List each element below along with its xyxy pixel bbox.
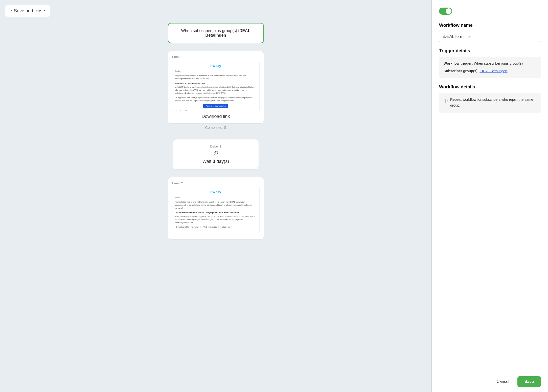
email1-node[interactable]: Email 1 FWpay Beste, Nogmaals bedankt vo… bbox=[168, 51, 264, 124]
delay-suffix: day(s) bbox=[215, 159, 229, 164]
trigger-text: When subscriber joins group(s) bbox=[181, 29, 237, 33]
subscriber-key: Subscriber group(s): bbox=[444, 69, 478, 73]
save-button[interactable]: Save bbox=[517, 376, 541, 387]
delay-node[interactable]: Delay 1 ⏱ Wait 3 day(s) bbox=[173, 139, 259, 169]
save-close-label: Save and close bbox=[14, 8, 45, 14]
email1-signoff: Met vriendelijke groet, bbox=[175, 110, 257, 111]
email2-label: Email 2 bbox=[172, 181, 260, 185]
trigger-details-label: Trigger details bbox=[439, 48, 541, 54]
workflow-canvas: When subscriber joins group(s) iDEAL Bet… bbox=[5, 23, 426, 240]
trigger-value-text: When subscriber joins group(s) bbox=[474, 61, 523, 65]
workflow-name-input[interactable] bbox=[439, 31, 541, 42]
cancel-button[interactable]: Cancel bbox=[493, 377, 513, 386]
email1-intro: Nogmaals bedankt voor je interesse in on… bbox=[175, 74, 257, 80]
left-panel: ‹ Save and close When subscriber joins g… bbox=[0, 0, 431, 392]
delay-prefix: Wait bbox=[202, 159, 213, 164]
email1-preview: FWpay Beste, Nogmaals bedankt voor je in… bbox=[172, 61, 260, 111]
workflow-detail-text: Repeat workflow for subscribers who rejo… bbox=[450, 97, 536, 109]
email2-bullet1: • E-mailberichten versturen in HTML form… bbox=[175, 226, 257, 229]
workflow-toggle[interactable] bbox=[439, 8, 452, 15]
completed-text: Completed: 5 bbox=[205, 124, 226, 132]
email2-intro: Kort geleden had je ons webformulier voo… bbox=[175, 201, 257, 210]
trigger-row: Workflow trigger: When subscriber joins … bbox=[444, 61, 536, 67]
pay-text-2: pay bbox=[215, 190, 221, 194]
connector-1 bbox=[216, 43, 216, 51]
fw-text: FW bbox=[210, 64, 215, 68]
connector-2 bbox=[216, 132, 216, 139]
email2-greeting: Beste, bbox=[175, 196, 257, 199]
trigger-key: Workflow trigger: bbox=[444, 61, 473, 65]
email1-title: Download link bbox=[172, 114, 260, 119]
workflow-name-label: Workflow name bbox=[439, 23, 541, 28]
connector-3 bbox=[216, 169, 216, 177]
bottom-actions: Cancel Save bbox=[439, 371, 541, 387]
delay-days: 3 bbox=[213, 159, 215, 164]
pay-text: pay bbox=[215, 64, 221, 68]
email1-label: Email 1 bbox=[172, 55, 260, 59]
email1-body2: De applicatie kan naar je eigen wensen w… bbox=[175, 96, 257, 102]
fw-logo-2: FWpay bbox=[175, 190, 257, 194]
email1-body1: In het ZIP bestand vind je een korte ins… bbox=[175, 86, 257, 95]
delay-title: Wait 3 day(s) bbox=[181, 159, 251, 164]
fw-text-2: FW bbox=[210, 190, 215, 194]
email2-body: Wanneer de installatie niet is gelukt, d… bbox=[175, 215, 257, 224]
email1-greeting: Beste, bbox=[175, 70, 257, 73]
right-panel: Workflow name Trigger details Workflow t… bbox=[432, 0, 548, 392]
info-icon: ⓘ bbox=[444, 97, 448, 104]
email1-section: Installatie service en omgeving bbox=[175, 82, 257, 85]
email2-node[interactable]: Email 2 FWpay Beste, Kort geleden had je… bbox=[168, 177, 264, 240]
toggle-row bbox=[439, 8, 541, 16]
subscriber-value-link[interactable]: iDEAL Betalingen, bbox=[480, 69, 508, 73]
fw-logo-text: FWpay bbox=[210, 64, 221, 68]
toggle-slider bbox=[439, 8, 452, 15]
spacer bbox=[439, 119, 541, 371]
trigger-details-box: Workflow trigger: When subscriber joins … bbox=[439, 57, 541, 78]
save-close-button[interactable]: ‹ Save and close bbox=[5, 5, 50, 17]
download-btn-mini[interactable]: Formulier downloaden bbox=[203, 104, 228, 108]
fw-logo-text-2: FWpay bbox=[210, 190, 221, 194]
back-arrow: ‹ bbox=[10, 8, 12, 14]
workflow-detail-row: ⓘ Repeat workflow for subscribers who re… bbox=[444, 97, 536, 109]
email2-section: Onze Installatie service (bonus: mogelij… bbox=[175, 211, 257, 214]
delay-label: Delay 1 bbox=[181, 144, 251, 148]
subscriber-row: Subscriber group(s): iDEAL Betalingen, bbox=[444, 68, 536, 74]
trigger-node[interactable]: When subscriber joins group(s) iDEAL Bet… bbox=[168, 23, 264, 43]
email2-preview: FWpay Beste, Kort geleden had je ons web… bbox=[172, 187, 260, 233]
workflow-details-label: Workflow details bbox=[439, 84, 541, 90]
clock-icon: ⏱ bbox=[181, 150, 251, 157]
fw-logo: FWpay bbox=[175, 64, 257, 68]
workflow-details-box: ⓘ Repeat workflow for subscribers who re… bbox=[439, 93, 541, 113]
